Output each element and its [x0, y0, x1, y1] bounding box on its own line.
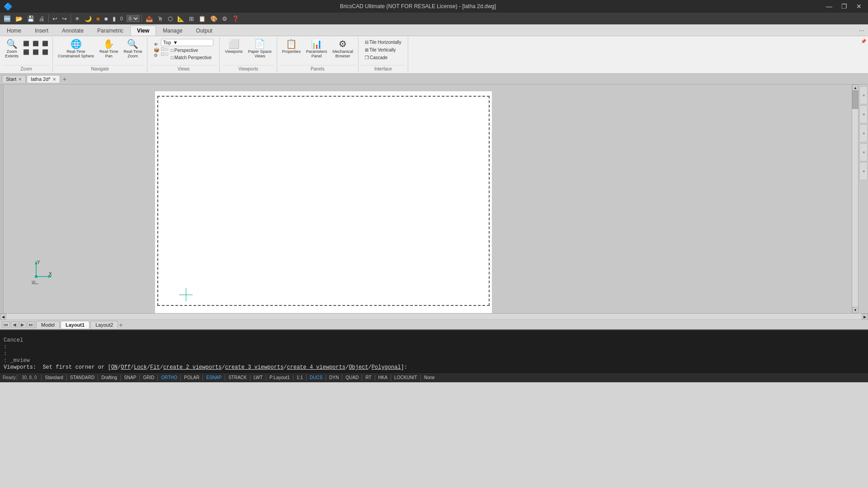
cmd-on-link[interactable]: ON: [111, 364, 118, 371]
viewports-button[interactable]: ⬜ Viewports: [222, 38, 245, 55]
qa-undo-button[interactable]: ↩: [51, 14, 59, 23]
cmd-fit-link[interactable]: Fit: [150, 364, 160, 371]
tab-manage[interactable]: Manage: [156, 25, 189, 36]
qa-moon-button[interactable]: 🌙: [83, 14, 94, 23]
tab-output[interactable]: Output: [189, 25, 219, 36]
cmd-polygonal-link[interactable]: Polygonal: [372, 364, 401, 371]
view-top-dropdown[interactable]: Top ▼: [161, 39, 213, 46]
mechanical-browser-button[interactable]: ⚙ MechanicalBrowser: [330, 38, 355, 60]
scroll-track-horizontal[interactable]: [6, 314, 862, 319]
qa-polygon-button[interactable]: ⬡: [166, 14, 175, 23]
zoom-btn5[interactable]: ⬛: [31, 48, 40, 56]
qa-help-button[interactable]: ❓: [230, 14, 241, 23]
doc-tab-latha[interactable]: latha 2d* ✕: [27, 75, 60, 83]
realtime-constrained-sphere-button[interactable]: 🌐 Real-TimeConstrained Sphere: [56, 38, 96, 60]
scroll-right-button[interactable]: ▶: [862, 314, 868, 320]
status-standard2[interactable]: STANDARD: [68, 375, 97, 380]
layout-tab-layout2[interactable]: Layout2: [90, 321, 118, 328]
realtime-zoom-button[interactable]: 🔍 Real-TimeZoom: [121, 38, 144, 60]
parameters-panel-button[interactable]: 📊 ParametersPanel: [304, 38, 330, 60]
close-button[interactable]: ✕: [854, 2, 864, 11]
zoom-btn4[interactable]: ⬛: [22, 48, 31, 56]
status-none[interactable]: None: [422, 375, 437, 380]
qa-black-button[interactable]: ■: [103, 14, 110, 23]
add-layout-button[interactable]: +: [119, 321, 123, 328]
tab-home[interactable]: Home: [0, 25, 28, 36]
properties-button[interactable]: 📋 Properties: [280, 38, 303, 55]
qa-save-button[interactable]: 💾: [25, 14, 36, 23]
tab-view[interactable]: View: [130, 25, 156, 36]
status-strack[interactable]: STRACK: [226, 375, 249, 380]
match-perspective-button[interactable]: □ Match Perspective: [169, 54, 213, 61]
restore-button[interactable]: ❐: [839, 2, 850, 11]
perspective-button[interactable]: □ Perspective: [169, 47, 213, 54]
right-panel-btn-2[interactable]: ≡: [859, 105, 868, 123]
ribbon-collapse-btn[interactable]: ⋯: [855, 26, 868, 36]
layout-tab-model[interactable]: Model: [36, 321, 60, 328]
status-snap[interactable]: SNAP: [122, 375, 138, 380]
qa-settings-button[interactable]: ⚙: [220, 14, 229, 23]
scroll-track-vertical[interactable]: [852, 91, 858, 307]
realtime-pan-button[interactable]: ✋ Real-TimePan: [97, 38, 120, 60]
cmd-object-link[interactable]: Object: [349, 364, 368, 371]
status-lwt[interactable]: LWT: [251, 375, 265, 380]
cascade-button[interactable]: ❐ Cascade: [363, 54, 403, 61]
qa-cursor-button[interactable]: 🖱: [156, 14, 165, 23]
status-quad[interactable]: QUAD: [343, 375, 361, 380]
qa-open-button[interactable]: 📂: [14, 14, 24, 23]
cmd-create4-link[interactable]: create 4 viewports: [287, 364, 346, 371]
cmd-create3-link[interactable]: create 3 viewports: [225, 364, 284, 371]
left-panel-collapse[interactable]: [0, 84, 4, 313]
right-panel-btn-5[interactable]: ≡: [859, 162, 868, 180]
scroll-down-button[interactable]: ▼: [852, 307, 859, 313]
tab-annotate[interactable]: Annotate: [55, 25, 90, 36]
qa-layer-button[interactable]: ▮: [111, 14, 118, 23]
status-ducs[interactable]: DUCS: [307, 375, 325, 380]
status-ortho[interactable]: ORTHO: [159, 375, 179, 380]
scroll-left-button[interactable]: ◀: [0, 314, 6, 320]
zoom-extents-button[interactable]: 🔍 ZoomExtents: [3, 38, 21, 60]
qa-grid-button[interactable]: ⊞: [187, 14, 196, 23]
qa-new-button[interactable]: 🆕: [2, 14, 13, 23]
tile-horizontally-button[interactable]: ⊟ Tile Horizontally: [363, 39, 403, 46]
cmd-lock-link[interactable]: Lock: [134, 364, 147, 371]
qa-sun-button[interactable]: ☀: [73, 14, 82, 23]
layout-nav-prev[interactable]: ◀: [11, 321, 18, 328]
qa-measure-button[interactable]: 📐: [175, 14, 186, 23]
minimize-button[interactable]: —: [823, 2, 835, 11]
latha-tab-close[interactable]: ✕: [52, 77, 56, 82]
zoom-btn2[interactable]: ⬛: [31, 40, 40, 47]
status-polar[interactable]: POLAR: [182, 375, 202, 380]
status-standard[interactable]: Standard: [42, 375, 66, 380]
scroll-thumb-vertical[interactable]: [852, 91, 858, 109]
tab-parametric[interactable]: Parametric: [90, 25, 130, 36]
zoom-btn1[interactable]: ⬛: [22, 40, 31, 47]
scroll-up-button[interactable]: ▲: [852, 84, 859, 91]
status-grid[interactable]: GRID: [141, 375, 156, 380]
qa-color-button[interactable]: ■: [94, 14, 102, 23]
status-dyn[interactable]: DYN: [327, 375, 341, 380]
zoom-btn6[interactable]: ⬛: [41, 48, 50, 56]
paper-space-views-button[interactable]: 📄 Paper SpaceViews: [246, 38, 274, 60]
right-panel-btn-1[interactable]: ≡: [859, 86, 868, 104]
layout-nav-next[interactable]: ▶: [19, 321, 26, 328]
tab-insert[interactable]: Insert: [28, 25, 55, 36]
status-drafting[interactable]: Drafting: [99, 375, 119, 380]
qa-print-button[interactable]: 🖨: [37, 14, 47, 23]
canvas-area[interactable]: Y X W: [4, 84, 852, 313]
layout-nav-last[interactable]: ⏭: [27, 321, 35, 328]
ribbon-pin[interactable]: 📌: [859, 37, 868, 72]
right-panel-btn-4[interactable]: ≡: [859, 143, 868, 161]
status-playout1[interactable]: P:Layout1: [267, 375, 292, 380]
status-rt[interactable]: RT: [363, 375, 373, 380]
right-panel-btn-3[interactable]: ≡: [859, 124, 868, 142]
status-hka[interactable]: HKA: [376, 375, 390, 380]
status-lockunit[interactable]: LOCKUNIT: [392, 375, 420, 380]
qa-redo-button[interactable]: ↪: [60, 14, 69, 23]
status-scale[interactable]: 1:1: [294, 375, 305, 380]
status-esnap[interactable]: ESNAP: [204, 375, 224, 380]
cmd-create2-link[interactable]: create 2 viewports: [163, 364, 222, 371]
qa-layer-dropdown[interactable]: 0: [127, 15, 140, 22]
zoom-btn3[interactable]: ⬛: [41, 40, 50, 47]
qa-color2-button[interactable]: 🎨: [208, 14, 219, 23]
